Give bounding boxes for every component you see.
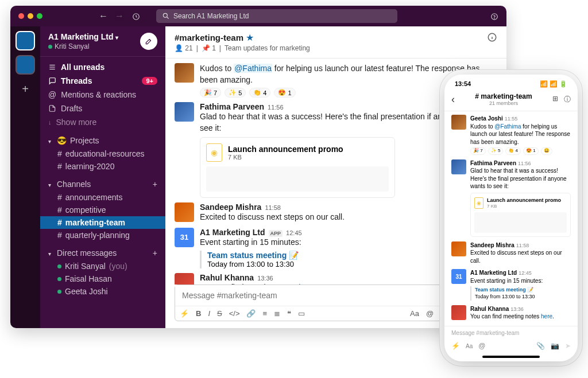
attach-button[interactable]: 📎 bbox=[536, 342, 545, 350]
titlebar: ← → Search A1 Marketing Ltd bbox=[10, 6, 506, 26]
section-channels[interactable]: Channels+ bbox=[40, 177, 165, 191]
number-list-button[interactable]: ≣ bbox=[274, 309, 280, 318]
search-placeholder: Search A1 Marketing Ltd bbox=[173, 12, 249, 20]
file-attachment[interactable]: ◉Launch announcement promo7 KB bbox=[470, 193, 571, 237]
code-button[interactable]: </> bbox=[229, 309, 240, 318]
quote-button[interactable]: ❝ bbox=[287, 309, 291, 318]
maximize-window[interactable] bbox=[37, 13, 42, 19]
nav-forward[interactable]: → bbox=[115, 11, 124, 21]
search-input[interactable]: Search A1 Marketing Ltd bbox=[156, 9, 397, 23]
channel-quarterly-planning[interactable]: # quarterly-planning bbox=[40, 229, 165, 241]
phone-message: Fathima Parveen11:56 Glad to hear that i… bbox=[451, 159, 571, 237]
workspace-header[interactable]: A1 Marketing Ltd ▾ Kriti Sanyal bbox=[40, 26, 165, 57]
history-button[interactable] bbox=[132, 11, 140, 21]
avatar[interactable] bbox=[451, 159, 466, 174]
file-icon: ◉ bbox=[206, 143, 222, 162]
bullet-list-button[interactable]: ≡ bbox=[262, 309, 267, 318]
reaction[interactable]: 😍 1 bbox=[523, 147, 539, 155]
dm-geeta[interactable]: Geeta Joshi bbox=[40, 285, 165, 298]
send-button[interactable]: ➤ bbox=[565, 342, 571, 350]
section-direct-messages[interactable]: Direct messages+ bbox=[40, 246, 165, 260]
codeblock-button[interactable]: ▭ bbox=[298, 309, 305, 318]
format-button[interactable]: Aa bbox=[410, 309, 419, 318]
app-badge: APP bbox=[269, 230, 283, 237]
file-preview bbox=[206, 166, 389, 192]
camera-button[interactable]: 📷 bbox=[551, 342, 559, 350]
svg-point-1 bbox=[163, 13, 167, 17]
avatar[interactable] bbox=[175, 102, 194, 122]
reaction[interactable]: ✨ 5 bbox=[488, 147, 504, 155]
avatar[interactable] bbox=[451, 305, 466, 320]
phone-message: Sandeep Mishra11:58Excited to discuss ne… bbox=[451, 241, 571, 265]
pin-count[interactable]: 📌 1 bbox=[202, 44, 216, 52]
channel-announcements[interactable]: # announcements bbox=[40, 191, 165, 204]
phone-channel-title[interactable]: # marketing-team 21 members bbox=[455, 92, 552, 106]
add-reaction[interactable]: 😀 bbox=[541, 147, 552, 155]
minimize-window[interactable] bbox=[28, 13, 33, 19]
star-icon[interactable]: ★ bbox=[246, 33, 254, 42]
avatar[interactable] bbox=[451, 115, 466, 130]
channel-learning-2020[interactable]: # learning-2020 bbox=[40, 160, 165, 173]
workspace-icon[interactable] bbox=[17, 56, 34, 73]
reaction[interactable]: ✨5 bbox=[225, 88, 246, 98]
lightning-icon[interactable]: ⚡ bbox=[180, 309, 189, 318]
avatar[interactable] bbox=[175, 273, 194, 285]
bold-button[interactable]: B bbox=[196, 309, 201, 318]
dm-kriti[interactable]: Kriti Sanyal (you) bbox=[40, 260, 165, 272]
threads-badge: 9+ bbox=[142, 77, 157, 85]
workspace-icon-active[interactable] bbox=[17, 32, 34, 49]
avatar[interactable] bbox=[175, 63, 194, 83]
reaction[interactable]: 👏 4 bbox=[505, 147, 521, 155]
mention-button[interactable]: @ bbox=[426, 309, 434, 318]
workspace-name: A1 Marketing Ltd bbox=[48, 32, 114, 41]
reaction[interactable]: 👏4 bbox=[249, 88, 270, 98]
lightning-icon[interactable]: ⚡ bbox=[451, 342, 460, 350]
search-icon[interactable]: ⊞ bbox=[552, 95, 558, 104]
home-indicator[interactable] bbox=[482, 356, 540, 358]
channel-topic: Team updates for marketing bbox=[225, 44, 310, 52]
channel-educational-resources[interactable]: # educational-resources bbox=[40, 147, 165, 160]
add-dm[interactable]: + bbox=[153, 248, 157, 258]
add-channel[interactable]: + bbox=[153, 180, 157, 189]
link-button[interactable]: 🔗 bbox=[246, 309, 256, 318]
channel-name[interactable]: #marketing-team bbox=[175, 33, 243, 42]
member-count[interactable]: 👤 21 bbox=[175, 44, 193, 52]
help-button[interactable] bbox=[490, 11, 498, 21]
format-button[interactable]: Aa bbox=[466, 343, 473, 349]
phone-composer[interactable]: Message #marketing-team bbox=[444, 326, 578, 340]
compose-button[interactable] bbox=[140, 33, 157, 50]
reaction[interactable]: 😍1 bbox=[274, 88, 295, 98]
sidebar-show-more[interactable]: ↓Show more bbox=[40, 115, 165, 129]
mention[interactable]: @Fathima bbox=[234, 64, 272, 73]
calendar-icon[interactable]: 31 bbox=[175, 228, 194, 247]
nav-back[interactable]: ← bbox=[99, 11, 108, 21]
channel-info-button[interactable] bbox=[487, 32, 497, 45]
reaction[interactable]: 🎉7 bbox=[200, 88, 221, 98]
file-attachment[interactable]: ◉ Launch announcement promo7 KB bbox=[200, 137, 395, 198]
mobile-preview: 13:54 📶 📶 🔋 ‹ # marketing-team 21 member… bbox=[444, 75, 578, 361]
avatar[interactable] bbox=[451, 241, 466, 256]
avatar[interactable] bbox=[175, 202, 194, 222]
sidebar-drafts[interactable]: Drafts bbox=[40, 102, 165, 115]
phone-toolbar: ⚡ Aa @ 📎 📷 ➤ bbox=[444, 340, 578, 353]
sidebar-threads[interactable]: Threads9+ bbox=[40, 74, 165, 88]
dm-faisal[interactable]: Faisal Hasan bbox=[40, 272, 165, 285]
add-workspace[interactable]: + bbox=[22, 83, 29, 96]
info-icon[interactable]: ⓘ bbox=[564, 95, 571, 104]
svg-point-3 bbox=[494, 18, 495, 19]
reaction[interactable]: 🎉 7 bbox=[470, 147, 486, 155]
section-projects[interactable]: 😎Projects bbox=[40, 134, 165, 147]
calendar-icon[interactable]: 31 bbox=[451, 269, 466, 284]
sidebar-all-unreads[interactable]: All unreads bbox=[40, 60, 165, 74]
mention-button[interactable]: @ bbox=[478, 342, 485, 350]
phone-message-list[interactable]: Geeta Joshi11:55 Kudos to @Fathima for h… bbox=[444, 111, 578, 326]
strike-button[interactable]: S bbox=[217, 309, 222, 318]
phone-status-bar: 13:54 📶 📶 🔋 bbox=[444, 75, 578, 90]
sidebar-mentions[interactable]: @Mentions & reactions bbox=[40, 88, 165, 102]
channel-competitive[interactable]: # competitive bbox=[40, 204, 165, 216]
desktop-window: ← → Search A1 Marketing Ltd + A1 Marketi… bbox=[10, 6, 506, 328]
channel-marketing-team[interactable]: # marketing-team bbox=[40, 216, 165, 229]
phone-message: Geeta Joshi11:55 Kudos to @Fathima for h… bbox=[451, 115, 571, 155]
italic-button[interactable]: I bbox=[208, 309, 210, 318]
close-window[interactable] bbox=[18, 13, 24, 19]
